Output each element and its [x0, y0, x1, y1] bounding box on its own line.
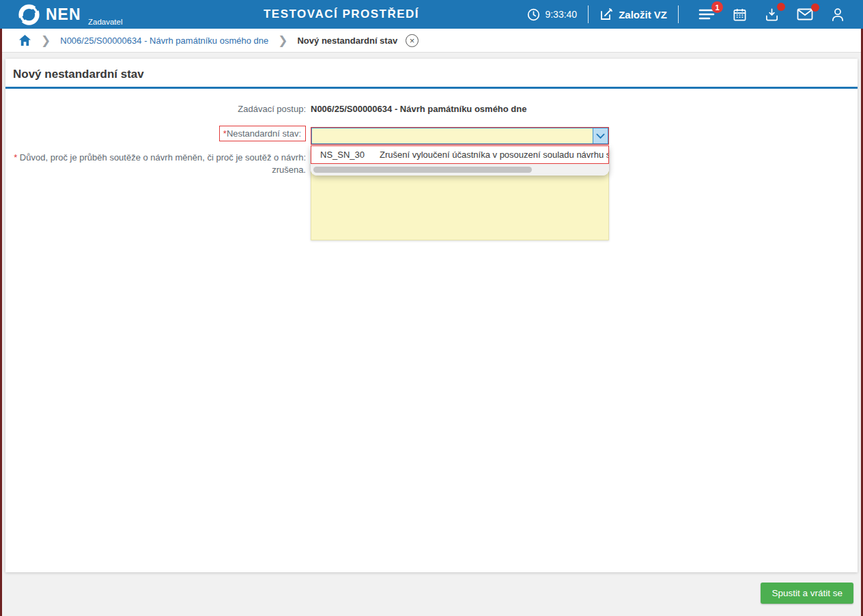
breadcrumb-item-procedure[interactable]: N006/25/S00000634 - Návrh památníku osmé… — [60, 36, 268, 46]
option-code: NS_SN_30 — [320, 150, 365, 160]
content-frame: ❯ N006/25/S00000634 - Návrh památníku os… — [0, 29, 863, 616]
tasks-menu-button[interactable]: 1 — [698, 8, 715, 21]
header-divider — [678, 5, 679, 23]
footer: Spustit a vrátit se — [2, 572, 861, 616]
close-tab-icon[interactable]: × — [406, 34, 419, 47]
reason-label: * Důvod, proč je průběh soutěže o návrh … — [5, 152, 306, 176]
create-vz-label: Založit VZ — [619, 9, 667, 20]
breadcrumb: ❯ N006/25/S00000634 - Návrh památníku os… — [2, 29, 861, 53]
brand-text: NEN — [46, 3, 81, 26]
procedure-value: N006/25/S00000634 - Návrh památníku osmé… — [311, 104, 526, 114]
profile-button[interactable] — [831, 8, 845, 22]
page-title: Nový nestandardní stav — [5, 59, 858, 87]
dropdown-horizontal-scrollbar[interactable] — [311, 164, 609, 176]
clock-time: 9:33:40 — [545, 9, 577, 20]
messages-button[interactable] — [797, 8, 813, 20]
messages-notification-dot — [811, 3, 819, 12]
header-divider — [588, 5, 589, 23]
user-icon — [831, 8, 845, 22]
state-label: *Nestandardní stav: — [219, 126, 306, 141]
create-vz-button[interactable]: Založit VZ — [599, 8, 667, 21]
environment-title: TESTOVACÍ PROSTŘEDÍ — [264, 0, 419, 29]
download-tray-icon — [765, 8, 779, 22]
breadcrumb-separator-icon: ❯ — [278, 35, 287, 46]
app-logo[interactable]: NEN Zadavatel — [18, 3, 81, 26]
chevron-down-icon — [596, 133, 605, 139]
app-header: NEN Zadavatel TESTOVACÍ PROSTŘEDÍ 9:33:4… — [0, 0, 863, 29]
calendar-button[interactable] — [733, 8, 747, 22]
edit-icon — [599, 8, 613, 21]
envelope-icon — [797, 8, 813, 20]
submit-and-return-button[interactable]: Spustit a vrátit se — [761, 583, 853, 604]
calendar-icon — [733, 8, 747, 22]
brand-subtitle: Zadavatel — [88, 18, 123, 26]
procedure-label: Zadávací postup: — [5, 104, 306, 114]
tasks-badge: 1 — [711, 1, 723, 13]
state-combobox-input[interactable] — [311, 128, 593, 144]
state-dropdown-list: NS_SN_30 Zrušení vyloučení účastníka v p… — [311, 145, 609, 164]
form: Zadávací postup: N006/25/S00000634 - Náv… — [5, 89, 858, 376]
breadcrumb-separator-icon: ❯ — [41, 35, 51, 46]
downloads-button[interactable] — [765, 8, 779, 22]
clock-display: 9:33:40 — [527, 8, 577, 21]
state-combobox — [311, 127, 609, 145]
clock-icon — [527, 8, 540, 21]
reason-label-line2: zrušena. — [5, 164, 306, 176]
option-text: Zrušení vyloučení účastníka v posouzení … — [380, 150, 608, 160]
state-dropdown-option[interactable]: NS_SN_30 Zrušení vyloučení účastníka v p… — [311, 146, 608, 163]
downloads-notification-dot — [777, 3, 785, 11]
state-dropdown-popup: NS_SN_30 Zrušení vyloučení účastníka v p… — [311, 145, 609, 176]
nen-logo-icon — [18, 3, 40, 26]
state-label-text: Nestandardní stav: — [227, 128, 301, 139]
reason-label-line1: Důvod, proč je průběh soutěže o návrh mě… — [17, 152, 306, 163]
page-card: Nový nestandardní stav Zadávací postup: … — [5, 59, 858, 572]
state-combobox-dropdown-button[interactable] — [593, 128, 608, 144]
breadcrumb-item-current: Nový nestandardní stav — [297, 36, 397, 46]
home-icon[interactable] — [18, 34, 31, 46]
scrollbar-thumb[interactable] — [313, 167, 532, 173]
